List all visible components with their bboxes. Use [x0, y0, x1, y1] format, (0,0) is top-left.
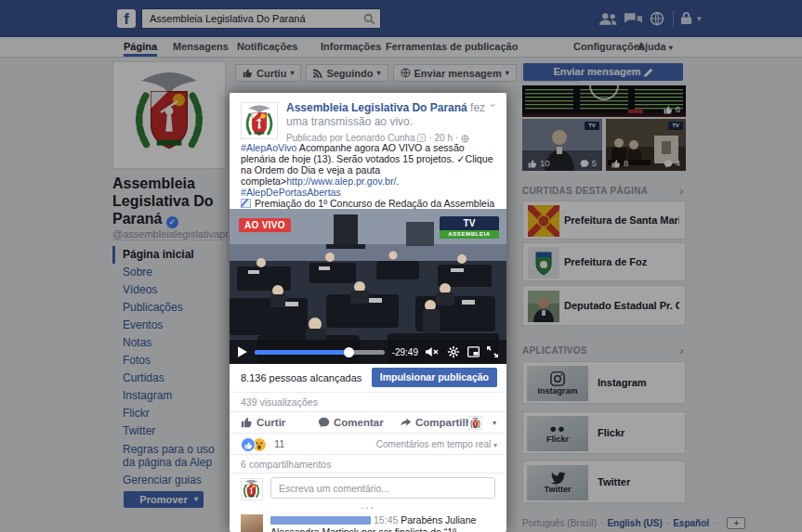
like-button[interactable]: Curtir — [241, 416, 285, 428]
privacy-shortcuts-lock-icon[interactable] — [680, 11, 692, 25]
search-input[interactable] — [142, 9, 380, 28]
promote-button[interactable]: Promover▾ — [124, 491, 204, 508]
flickr-dots-icon: ●● — [549, 423, 566, 435]
liked-page-name[interactable]: Prefeitura de Foz — [564, 243, 679, 280]
chevron-right-icon[interactable]: › — [679, 344, 684, 357]
app-item-instagram[interactable]: Instagram Instagram — [522, 361, 686, 404]
post-author-avatar[interactable] — [241, 102, 278, 139]
sidebar-item-sobre[interactable]: Sobre — [112, 264, 228, 281]
liked-page-item[interactable]: Deputado Estadual Pr. Gilson de... — [522, 285, 686, 326]
page-username: @assembleialegislativapr — [112, 228, 228, 240]
search-icon[interactable] — [363, 13, 375, 25]
sidebar-item-gerenciar-guias[interactable]: Gerenciar guias — [112, 472, 228, 489]
tab-informacoes[interactable]: Informações — [321, 37, 381, 57]
liked-button[interactable]: Curtiu▾ — [235, 64, 301, 82]
thumb-up-icon — [243, 68, 253, 78]
tab-ajuda[interactable]: Ajuda ▾ — [638, 37, 673, 57]
live-video-post: ⌄ Assembleia Legislativa Do Paraná fez u… — [230, 93, 506, 532]
caret-down-icon[interactable]: ▾ — [493, 419, 496, 427]
language-link-english[interactable]: English (US) — [607, 518, 673, 528]
sidebar-item-videos[interactable]: Vídeos — [112, 281, 228, 299]
tab-configuracoes[interactable]: Configurações — [573, 37, 645, 57]
comment-live-time: 15:45 — [374, 514, 398, 526]
sidebar-item-notas[interactable]: Notas — [112, 334, 228, 352]
mini-avatar[interactable] — [468, 416, 482, 430]
account-menu-caret-icon[interactable]: ▾ — [697, 14, 702, 23]
comment-bubble-icon — [318, 416, 330, 428]
liked-pages-header: CURTIDAS DESTA PÁGINA› — [522, 186, 686, 196]
settings-gear-icon[interactable] — [447, 345, 460, 358]
commenter-name-redacted[interactable] — [270, 516, 371, 525]
deputy-photo-thumb — [528, 291, 559, 322]
boost-post-button[interactable]: Impulsionar publicação — [372, 368, 497, 387]
messages-icon[interactable] — [625, 12, 642, 26]
language-link-espanol[interactable]: Español — [673, 518, 719, 528]
post-header: Assembleia Legislativa Do Paraná fez uma… — [286, 101, 487, 145]
reaction-count[interactable]: 11 — [274, 438, 284, 449]
send-message-cta-button[interactable]: Enviar mensagem — [523, 63, 683, 81]
sidebar-item-curtidas[interactable]: Curtidas — [112, 370, 228, 387]
video-thumbnail-speaker[interactable]: TV 10 5 — [522, 119, 602, 171]
load-more-dots[interactable]: ... — [230, 502, 506, 513]
tab-notificacoes[interactable]: Notificações — [237, 37, 297, 57]
post-menu-chevron-icon[interactable]: ⌄ — [488, 97, 497, 110]
page-admin-tabs: Página Mensagens Notificações Informaçõe… — [0, 37, 802, 58]
hashtag-link[interactable]: #AlepAoVivo — [241, 142, 296, 153]
share-count[interactable]: 6 compartilhamentos — [241, 459, 331, 470]
fullscreen-icon[interactable] — [487, 346, 498, 357]
friend-requests-icon[interactable] — [599, 12, 617, 26]
notifications-globe-icon[interactable] — [650, 11, 664, 26]
sidebar-item-instagram[interactable]: Instagram — [112, 387, 228, 405]
chevron-right-icon[interactable]: › — [679, 184, 684, 198]
mute-icon[interactable] — [426, 346, 440, 357]
comment-button[interactable]: Comentar — [318, 416, 384, 428]
language-current: Português (Brasil) — [522, 518, 607, 528]
commenter-avatar[interactable] — [241, 514, 263, 532]
following-button[interactable]: Seguindo▾ — [306, 64, 388, 82]
tab-mensagens[interactable]: Mensagens — [173, 37, 229, 57]
verified-badge-icon: ✓ — [166, 216, 178, 228]
liked-page-item[interactable]: Prefeitura de Foz — [522, 242, 686, 281]
liked-page-item[interactable]: Prefeitura de Santa Mariana — [522, 201, 686, 240]
send-message-button[interactable]: Enviar mensagem▾ — [393, 64, 517, 82]
sidebar-item-fotos[interactable]: Fotos — [112, 352, 228, 370]
hashtag-link[interactable]: #AlepDePortasAbertas — [241, 187, 341, 198]
video-thumbnail-voting-board[interactable]: 6 — [522, 85, 686, 117]
video-thumbnail-committee[interactable]: TV 8 4 — [606, 119, 686, 171]
apps-header: APLICATIVOS› — [522, 345, 686, 356]
tv-logo-badge: TV — [585, 122, 599, 130]
like-reaction-icon[interactable] — [241, 437, 256, 452]
page-title[interactable]: Assembleia Legislativa Do Paraná ✓ — [112, 175, 228, 228]
comment-bubble-icon — [664, 159, 673, 168]
comment-item: 15:45 Parabéns Juliane Alessandra Martin… — [230, 513, 506, 532]
app-item-flickr[interactable]: ●● Flickr Flickr — [522, 411, 686, 454]
info-icon[interactable]: ? — [417, 134, 426, 142]
tab-ferramentas-publicacao[interactable]: Ferramentas de publicação — [386, 37, 518, 57]
page-profile-picture[interactable] — [112, 61, 226, 169]
comment-bubble-icon — [580, 159, 589, 168]
like-count: 6 — [664, 104, 680, 114]
post-author-link[interactable]: Assembleia Legislativa Do Paraná — [286, 101, 467, 114]
add-language-button[interactable]: + — [727, 517, 745, 529]
liked-page-name[interactable]: Prefeitura de Santa Mariana — [564, 201, 679, 239]
app-item-twitter[interactable]: Twitter Twitter — [522, 461, 686, 503]
sidebar-item-eventos[interactable]: Eventos — [112, 317, 228, 334]
comment-input[interactable] — [270, 477, 495, 499]
sidebar-item-flickr[interactable]: Flickr — [112, 405, 228, 422]
video-progress-bar[interactable] — [255, 350, 385, 355]
liked-page-name[interactable]: Deputado Estadual Pr. Gilson de... — [564, 286, 679, 325]
live-video-player[interactable]: AO VIVO TV ASSEMBLEIA -29:49 — [230, 209, 506, 364]
sidebar-item-pagina-inicial[interactable]: Página inicial — [112, 246, 228, 264]
tv-logo-badge: TV — [668, 122, 683, 130]
realtime-comments-toggle[interactable]: Comentários em tempo real ▾ — [376, 439, 497, 449]
url-link[interactable]: http://www.alep.pr.gov.br/ — [286, 175, 396, 187]
sidebar-item-publicacoes[interactable]: Publicações — [112, 299, 228, 317]
sidebar-item-twitter[interactable]: Twitter — [112, 422, 228, 440]
quality-pip-icon[interactable] — [467, 346, 480, 357]
sidebar-item-regras[interactable]: Regras para o uso da página da Alep — [112, 440, 228, 472]
play-icon[interactable] — [238, 346, 247, 357]
facebook-logo[interactable]: f — [117, 9, 136, 28]
like-count: 8 — [611, 158, 628, 168]
tab-pagina[interactable]: Página — [124, 37, 157, 57]
progress-handle[interactable] — [344, 347, 354, 357]
